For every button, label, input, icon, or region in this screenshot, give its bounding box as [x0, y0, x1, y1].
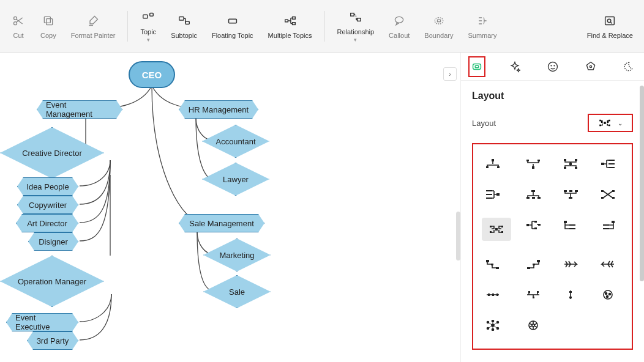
svg-point-91: [605, 293, 607, 295]
node-3rd-party[interactable]: 3rd Party: [27, 331, 78, 350]
more-tab[interactable]: [620, 56, 637, 77]
chevron-down-icon: ▾: [147, 37, 150, 43]
layout-tab[interactable]: [468, 56, 485, 77]
svg-rect-25: [604, 122, 606, 124]
layout-opt-timeline-vertical[interactable]: [560, 287, 582, 302]
find-replace-icon: [602, 13, 617, 28]
node-copywriter[interactable]: Copywriter: [17, 196, 78, 214]
svg-rect-63: [490, 231, 492, 233]
boundary-icon: [432, 13, 446, 28]
find-replace-label: Find & Replace: [587, 32, 633, 39]
paintbrush-icon: [86, 13, 100, 28]
svg-rect-37: [564, 159, 566, 161]
copy-label: Copy: [40, 32, 56, 39]
layout-opt-x-layout[interactable]: [597, 187, 619, 202]
sparkle-icon: [509, 61, 521, 73]
multiple-topics-label: Multiple Topics: [268, 32, 312, 39]
svg-rect-34: [526, 160, 529, 161]
relationship-button[interactable]: Relationship ▾: [331, 7, 381, 45]
svg-rect-15: [435, 18, 443, 24]
style-tab[interactable]: [506, 56, 523, 77]
moon-icon: [622, 61, 634, 73]
multiple-topics-icon: [283, 13, 298, 28]
node-ceo[interactable]: CEO: [129, 61, 175, 88]
svg-rect-29: [608, 125, 610, 127]
svg-rect-44: [608, 167, 615, 168]
layout-opt-network[interactable]: [482, 318, 504, 333]
layout-opt-outline-left[interactable]: [597, 218, 619, 232]
cut-button[interactable]: Cut: [5, 11, 32, 42]
svg-rect-77: [491, 264, 493, 265]
svg-rect-31: [486, 166, 489, 168]
panel-collapse-button[interactable]: ›: [443, 67, 457, 81]
multiple-topics-button[interactable]: Multiple Topics: [262, 11, 318, 42]
callout-button[interactable]: Callout: [383, 11, 416, 42]
layout-tab-icon: [470, 60, 484, 73]
node-event-management[interactable]: Event Management: [37, 100, 122, 119]
node-hr-management[interactable]: HR Management: [179, 100, 258, 119]
format-painter-button[interactable]: Format Painter: [65, 11, 122, 42]
theme-tab[interactable]: [582, 56, 599, 77]
svg-rect-50: [526, 197, 530, 199]
layout-opt-radial-down[interactable]: [482, 157, 504, 171]
layout-opt-radial-up[interactable]: [522, 157, 544, 171]
layout-opt-fishbone-left[interactable]: [597, 257, 619, 272]
layout-opt-step-left[interactable]: [522, 257, 544, 272]
layout-opt-org-up[interactable]: [560, 187, 582, 202]
layout-opt-tree-left[interactable]: [482, 187, 504, 202]
layout-opt-timeline-dual[interactable]: [522, 287, 544, 302]
svg-rect-87: [537, 291, 539, 293]
layout-opt-dual-vertical[interactable]: [560, 157, 582, 171]
node-operation-manager[interactable]: Operation Manager: [0, 256, 104, 307]
layout-opt-timeline-horizontal[interactable]: [482, 287, 504, 302]
copy-icon: [41, 13, 56, 28]
find-replace-button[interactable]: Find & Replace: [581, 11, 639, 42]
node-event-executive[interactable]: Event Executive: [6, 313, 78, 331]
layout-opt-map-balanced[interactable]: [482, 218, 511, 241]
layout-opt-outline-right[interactable]: [560, 218, 582, 232]
mindmap-canvas[interactable]: CEO Event Management HR Management Creat…: [0, 53, 460, 362]
node-marketing[interactable]: Marketing: [203, 238, 271, 272]
svg-rect-81: [527, 267, 530, 269]
layout-opt-step-right[interactable]: [482, 257, 504, 272]
node-sale[interactable]: Sale: [203, 275, 271, 308]
node-disigner[interactable]: Disigner: [28, 232, 78, 251]
node-sale-management[interactable]: Sale Management: [179, 214, 264, 232]
node-lawyer[interactable]: Lawyer: [202, 163, 269, 196]
node-art-director[interactable]: Art Director: [16, 214, 78, 232]
layout-dropdown[interactable]: ⌄: [588, 114, 633, 132]
topic-button[interactable]: Topic ▾: [134, 7, 162, 45]
svg-rect-84: [496, 294, 498, 296]
copy-button[interactable]: Copy: [34, 11, 62, 42]
subtopic-label: Subtopic: [171, 32, 197, 39]
layout-label: Layout: [472, 119, 496, 128]
summary-icon: [475, 13, 490, 28]
layout-opt-wheel[interactable]: [522, 318, 544, 333]
boundary-button[interactable]: Boundary: [418, 11, 459, 42]
layout-opt-fishbone-right[interactable]: [560, 257, 582, 272]
subtopic-button[interactable]: Subtopic: [165, 11, 203, 42]
node-creative-director[interactable]: Creative Director: [0, 127, 104, 179]
node-idea-people[interactable]: Idea People: [17, 177, 78, 196]
node-accountant[interactable]: Accountant: [202, 125, 269, 158]
subtopic-icon: [177, 13, 192, 28]
layout-opt-tree-right[interactable]: [597, 157, 619, 171]
svg-rect-55: [569, 190, 572, 192]
svg-point-23: [554, 65, 555, 65]
svg-rect-32: [497, 166, 500, 168]
summary-button[interactable]: Summary: [462, 11, 503, 42]
floating-topic-button[interactable]: Floating Topic: [206, 11, 260, 42]
layout-opt-org-down[interactable]: [522, 187, 544, 202]
svg-rect-20: [475, 65, 479, 68]
svg-rect-54: [564, 190, 567, 192]
svg-rect-43: [608, 163, 615, 164]
svg-rect-86: [533, 297, 534, 298]
svg-rect-49: [531, 190, 535, 192]
layout-opt-bubble[interactable]: [597, 287, 619, 302]
canvas-scrollbar-thumb[interactable]: [456, 212, 460, 260]
svg-rect-62: [490, 226, 492, 227]
panel-scrollbar-thumb[interactable]: [640, 86, 644, 281]
layout-opt-map-right[interactable]: [522, 218, 544, 232]
emoji-tab[interactable]: [544, 56, 561, 77]
svg-rect-51: [532, 197, 535, 199]
